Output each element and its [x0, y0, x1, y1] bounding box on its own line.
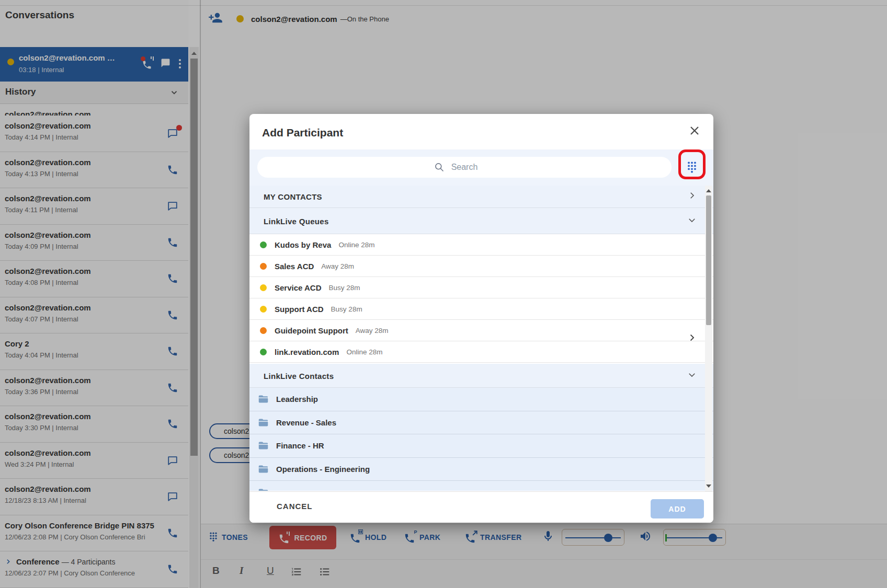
search-icon: [434, 162, 445, 172]
queue-row[interactable]: link.revation.com Online 28m: [249, 341, 713, 363]
queues-label: LinkLive Queues: [264, 216, 329, 225]
queue-row[interactable]: Service ACD Busy 28m: [249, 277, 713, 298]
chevron-down-icon: [687, 215, 697, 227]
chevron-down-icon: [687, 370, 697, 382]
folder-name: Leadership: [276, 395, 318, 403]
presence-dot: [260, 306, 267, 313]
queue-status: Online 28m: [338, 241, 374, 249]
linklive-queues-header[interactable]: LinkLive Queues: [249, 208, 713, 234]
contact-folder-row[interactable]: Leadership: [249, 388, 713, 411]
queue-row[interactable]: Sales ACD Away 28m: [249, 256, 713, 277]
scroll-up-arrow[interactable]: [706, 189, 711, 192]
queue-status: Online 28m: [346, 348, 382, 356]
chevron-right-icon: [687, 191, 697, 202]
add-participant-modal: Add Participant MY CONTACTS LinkLive Que…: [249, 114, 713, 523]
queue-status: Busy 28m: [331, 305, 362, 313]
contacts-label: LinkLive Contacts: [264, 371, 334, 380]
my-contacts-row[interactable]: MY CONTACTS: [249, 186, 713, 208]
folder-icon: [258, 440, 269, 451]
search-input[interactable]: [257, 157, 672, 178]
presence-dot: [260, 327, 267, 334]
folder-name: Operations - Engineering: [276, 465, 370, 474]
search-strip: [249, 149, 713, 186]
queue-row[interactable]: Kudos by Reva Online 28m: [249, 234, 713, 256]
queue-name: Sales ACD: [275, 262, 314, 271]
search-field-wrap: [257, 157, 672, 178]
modal-scrollbar-thumb[interactable]: [706, 195, 711, 325]
folder-icon: [258, 417, 269, 428]
my-contacts-label: MY CONTACTS: [264, 192, 322, 201]
linklive-contacts-header[interactable]: LinkLive Contacts: [249, 363, 713, 388]
queue-row[interactable]: Guidepoint Support Away 28m: [249, 320, 713, 341]
scroll-down-arrow[interactable]: [706, 485, 711, 488]
presence-dot: [260, 349, 267, 355]
folder-name: Revenue - Sales: [276, 418, 336, 427]
queue-name: Service ACD: [275, 283, 322, 292]
queue-list: Kudos by Reva Online 28m Sales ACD Away …: [249, 234, 713, 363]
modal-scrollbar[interactable]: [705, 186, 712, 491]
contact-folder-row[interactable]: Revenue - Sales: [249, 411, 713, 435]
queue-name: link.revation.com: [275, 348, 339, 356]
queue-name: Kudos by Reva: [275, 240, 331, 249]
presence-dot: [260, 263, 267, 270]
folder-icon: [258, 487, 706, 491]
cancel-button[interactable]: CANCEL: [277, 502, 313, 511]
queue-status: Away 28m: [356, 327, 389, 335]
folder-name: Finance - HR: [276, 441, 324, 450]
modal-footer: CANCEL ADD: [249, 491, 713, 523]
contact-folder-row[interactable]: Operations - Engineering: [249, 458, 713, 481]
folder-icon: [258, 464, 269, 475]
queue-status: Busy 28m: [329, 284, 360, 292]
app-root: Conversations colson2@revation.com … 03:…: [0, 0, 887, 588]
contact-folder-row-partial[interactable]: [249, 481, 713, 491]
queue-name: Support ACD: [275, 305, 324, 314]
modal-title: Add Participant: [262, 126, 343, 139]
contact-folder-row[interactable]: Finance - HR: [249, 434, 713, 458]
queue-row[interactable]: Support ACD Busy 28m: [249, 298, 713, 320]
dialpad-icon[interactable]: [685, 160, 699, 174]
queue-status: Away 28m: [321, 262, 354, 270]
contacts-scroll-list: MY CONTACTS LinkLive Queues Kudos by Rev…: [249, 186, 713, 491]
folder-list: Leadership Revenue - Sales: [249, 388, 713, 481]
presence-dot: [260, 284, 267, 291]
queue-name: Guidepoint Support: [275, 326, 348, 335]
presence-dot: [260, 241, 267, 248]
folder-icon: [258, 394, 269, 405]
add-button[interactable]: ADD: [651, 499, 704, 518]
chevron-right-icon: [687, 333, 697, 344]
close-icon[interactable]: [688, 124, 702, 138]
